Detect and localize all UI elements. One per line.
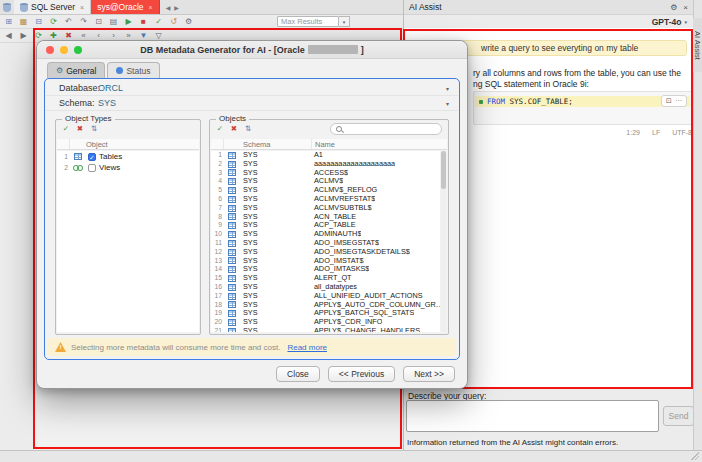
dialog-content: Database: ORCL ▾ Schema: SYS ▾ Object Ty…	[44, 78, 460, 360]
object-type-label: Views	[99, 163, 120, 172]
check-all-icon[interactable]: ✓	[215, 124, 225, 134]
table-icon	[228, 319, 236, 326]
uncheck-all-icon[interactable]: ✖	[229, 124, 239, 134]
read-more-link[interactable]: Read more	[287, 343, 327, 352]
objects-toolb​ar: ✓✖⇅	[215, 124, 253, 134]
close-icon[interactable]: ×	[149, 4, 153, 11]
close-button[interactable]: Close	[276, 366, 320, 382]
invert-selection-icon[interactable]: ⇅	[89, 124, 99, 134]
ai-response-line: ry all columns and rows from the table, …	[473, 68, 681, 78]
tab-sql-server[interactable]: SQL Server ×	[14, 0, 91, 14]
tab-status[interactable]: Status	[107, 62, 159, 78]
object-name: ADO_IMTASKS$	[311, 265, 369, 274]
app-database-icon	[3, 3, 11, 12]
rollback-icon[interactable]: ↺	[168, 16, 179, 28]
row-number: 17	[211, 292, 224, 301]
row-number: 9	[211, 221, 224, 230]
resize-grip	[691, 452, 699, 460]
query-input[interactable]	[406, 400, 659, 432]
sql-keyword: FROM	[487, 97, 505, 106]
copy-icon[interactable]: ⊡	[93, 16, 104, 28]
object-name: ALERT_QT	[311, 274, 352, 283]
object-type-row[interactable]: 1✓Tables	[57, 151, 199, 162]
uncheck-all-icon[interactable]: ✖	[75, 124, 85, 134]
paste-icon[interactable]: ▤	[108, 16, 119, 28]
max-results-input[interactable]	[277, 16, 339, 27]
copy-icon[interactable]: ⊡	[666, 97, 672, 105]
new-connection-icon[interactable]: ⊞	[3, 16, 14, 28]
commit-icon[interactable]: ✓	[153, 16, 164, 28]
objects-search-input[interactable]	[345, 125, 436, 134]
check-all-icon[interactable]: ✓	[61, 124, 71, 134]
stop-icon[interactable]: ■	[138, 16, 149, 28]
undo-icon[interactable]: ↶	[63, 16, 74, 28]
ai-assist-side-tab[interactable]: AI Assist	[693, 18, 702, 72]
next-button[interactable]: Next >>	[403, 366, 455, 382]
bullet-icon	[479, 100, 483, 104]
table-icon	[228, 275, 236, 282]
redo-icon[interactable]: ↷	[78, 16, 89, 28]
execute-icon[interactable]: ▶	[123, 16, 134, 28]
object-name: APPLY$_BATCH_SQL_STATS	[311, 309, 414, 318]
checkbox[interactable]	[88, 164, 96, 172]
save-icon[interactable]: ⊟	[33, 16, 44, 28]
prev-tab-icon[interactable]: ◀	[166, 4, 171, 11]
model-selector[interactable]: GPT-4o ▾	[404, 15, 693, 28]
object-name: ALL_UNIFIED_AUDIT_ACTIONS	[311, 292, 423, 301]
object-name: ACLMVSUBTBL$	[311, 204, 372, 213]
close-window-button[interactable]	[46, 46, 54, 54]
checkbox[interactable]: ✓	[88, 153, 96, 161]
database-select[interactable]: Database: ORCL ▾	[46, 81, 458, 96]
objects-search[interactable]	[330, 123, 442, 135]
column-header-schema: Schema	[240, 139, 311, 149]
row-number: 2	[57, 164, 70, 171]
object-type-row[interactable]: 2Views	[57, 162, 199, 173]
tab-label: sys@Oracle	[97, 2, 143, 12]
refresh-icon[interactable]: ⟳	[48, 16, 59, 28]
object-name: ADO_IMSTAT$	[311, 257, 364, 266]
minimize-window-button[interactable]	[60, 46, 68, 54]
chevron-down-icon[interactable]: ▾	[339, 16, 350, 27]
object-name: ACP_TABLE	[311, 221, 356, 230]
column-header: Object	[86, 140, 108, 149]
invert-selection-icon[interactable]: ⇅	[243, 124, 253, 134]
row-number: 19	[211, 309, 224, 318]
next-tab-icon[interactable]: ▶	[174, 4, 179, 11]
ai-response-line: ng SQL statement in Oracle 9i:	[473, 79, 589, 89]
table-icon	[228, 240, 236, 247]
object-name: ACLMVREFSTAT$	[311, 195, 375, 204]
forward-icon[interactable]: ▶	[18, 30, 29, 42]
previous-button[interactable]: << Previous	[328, 366, 395, 382]
object-name: ACLMV$	[311, 177, 343, 186]
main-toolbar: ⊞▦⊟⟳↶↷⊡▤▶■✓↺⚙ ▾	[0, 15, 403, 29]
code-actions[interactable]: ⊡ ⋯	[661, 95, 687, 107]
row-number: 13	[211, 257, 224, 266]
schema-select[interactable]: Schema: SYS ▾	[46, 96, 458, 111]
row-number: 21	[211, 327, 224, 332]
row-number: 10	[211, 230, 224, 239]
app-window: SQL Server × sys@Oracle × ◀ ▶ ⊞▦⊟⟳↶↷⊡▤▶■…	[0, 0, 702, 462]
object-row[interactable]: 21SYSAPPLY$_CHANGE_HANDLERS	[211, 327, 440, 332]
settings-icon[interactable]: ⚙	[183, 16, 194, 28]
close-icon[interactable]: ×	[80, 4, 84, 11]
close-icon[interactable]: ×	[683, 3, 688, 12]
more-icon[interactable]: ⋯	[675, 97, 682, 105]
object-types-group: Object Types ✓✖⇅ Object 1✓Tables2Views	[55, 119, 201, 335]
objects-scrollbar[interactable]	[441, 151, 446, 332]
scrollbar-thumb[interactable]	[441, 151, 446, 189]
back-icon[interactable]: ◀	[3, 30, 14, 42]
row-number: 1	[211, 151, 224, 160]
table-icon	[228, 257, 236, 264]
settings-icon[interactable]: ⚙	[670, 3, 677, 12]
tab-sys-oracle[interactable]: sys@Oracle ×	[91, 0, 160, 14]
object-name: all_datatypes	[311, 283, 357, 292]
objects-header: Schema Name	[211, 139, 447, 150]
row-number: 1	[57, 153, 70, 160]
send-button[interactable]: Send	[663, 406, 694, 426]
tab-general[interactable]: ⚙ General	[47, 62, 105, 78]
open-icon[interactable]: ▦	[18, 16, 29, 28]
model-name: GPT-4o	[652, 17, 682, 27]
dialog-titlebar[interactable]: DB Metadata Generator for AI - [Oracle ]	[37, 41, 467, 59]
zoom-window-button[interactable]	[74, 46, 82, 54]
editor-status: 1:29 LF UTF-8	[473, 129, 692, 136]
